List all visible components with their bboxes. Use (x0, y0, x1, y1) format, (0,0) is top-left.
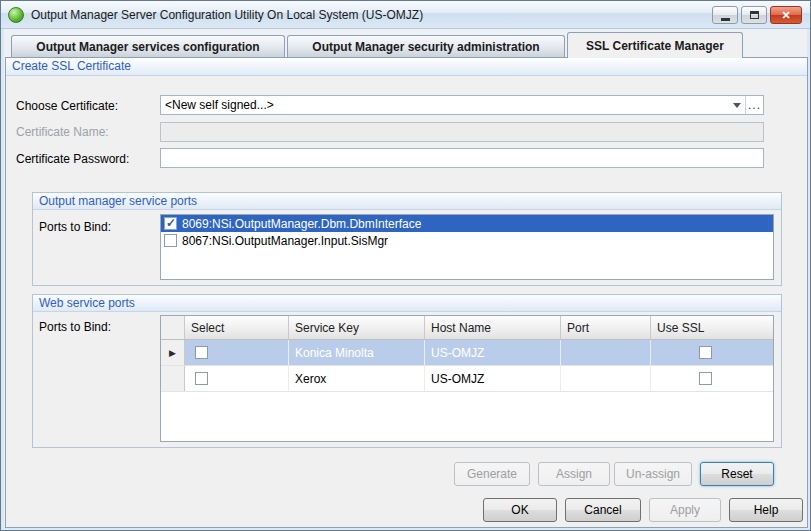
use-ssl-checkbox[interactable] (699, 372, 712, 385)
column-header-indicator (161, 316, 185, 339)
create-ssl-section-header: Create SSL Certificate (6, 58, 807, 76)
close-icon: ✕ (781, 9, 790, 22)
host-name-cell: US-OMJZ (425, 340, 561, 365)
table-row[interactable]: ▶ Konica Minolta US-OMJZ (161, 340, 773, 366)
window-title: Output Manager Server Configuration Util… (31, 8, 423, 22)
browse-button[interactable]: ... (745, 96, 763, 114)
choose-certificate-value: <New self signed...> (161, 98, 729, 112)
apply-button: Apply (649, 498, 721, 522)
application-icon (8, 7, 24, 23)
port-checkbox[interactable] (164, 217, 177, 230)
un-assign-button: Un-assign (614, 462, 692, 486)
ok-button[interactable]: OK (483, 498, 557, 522)
choose-certificate-label: Choose Certificate: (16, 99, 118, 113)
certificate-name-label: Certificate Name: (16, 125, 109, 139)
service-key-cell: Xerox (289, 366, 425, 391)
row-selector-icon: ▶ (169, 348, 176, 358)
chevron-down-icon[interactable] (729, 96, 745, 114)
tab-ssl-certificate-manager[interactable]: SSL Certificate Manager (567, 32, 743, 58)
maximize-button[interactable] (741, 6, 767, 24)
select-checkbox[interactable] (195, 372, 208, 385)
port-cell (561, 340, 651, 365)
window-controls: ✕ (712, 6, 802, 24)
list-item-label: 8067:NSi.OutputManager.Input.SisMgr (182, 234, 388, 248)
ssl-tab-panel: Create SSL Certificate Choose Certificat… (5, 57, 808, 528)
grid-header-row: Select Service Key Host Name Port Use SS… (161, 316, 773, 340)
reset-button[interactable]: Reset (700, 462, 774, 486)
host-name-cell: US-OMJZ (425, 366, 561, 391)
title-bar[interactable]: Output Manager Server Configuration Util… (1, 1, 810, 29)
web-ports-grid[interactable]: Select Service Key Host Name Port Use SS… (160, 315, 774, 442)
select-checkbox[interactable] (195, 346, 208, 359)
generate-button: Generate (454, 462, 530, 486)
tab-security-administration[interactable]: Output Manager security administration (287, 35, 565, 57)
list-item[interactable]: 8069:NSi.OutputManager.Dbm.DbmInterface (161, 215, 773, 232)
choose-certificate-combo[interactable]: <New self signed...> ... (160, 95, 764, 115)
maximize-icon (750, 11, 759, 19)
app-window: Output Manager Server Configuration Util… (0, 0, 811, 531)
port-cell (561, 366, 651, 391)
column-header-use-ssl[interactable]: Use SSL (651, 316, 773, 339)
table-row[interactable]: Xerox US-OMJZ (161, 366, 773, 392)
certificate-password-label: Certificate Password: (16, 152, 129, 166)
column-header-service-key[interactable]: Service Key (289, 316, 425, 339)
list-item[interactable]: 8067:NSi.OutputManager.Input.SisMgr (161, 232, 773, 249)
assign-button: Assign (538, 462, 610, 486)
ports-to-bind-label: Ports to Bind: (39, 320, 111, 334)
close-button[interactable]: ✕ (770, 6, 802, 24)
certificate-password-input[interactable] (160, 148, 764, 168)
minimize-icon (721, 18, 730, 21)
web-service-ports-group: Web service ports Ports to Bind: Select … (32, 294, 782, 448)
certificate-name-input (160, 122, 764, 142)
use-ssl-checkbox[interactable] (699, 346, 712, 359)
service-ports-group-header: Output manager service ports (33, 193, 781, 210)
column-header-host-name[interactable]: Host Name (425, 316, 561, 339)
minimize-button[interactable] (712, 6, 738, 24)
service-ports-group: Output manager service ports Ports to Bi… (32, 192, 782, 286)
help-button[interactable]: Help (729, 498, 803, 522)
ports-to-bind-label: Ports to Bind: (39, 220, 111, 234)
ports-to-bind-list[interactable]: 8069:NSi.OutputManager.Dbm.DbmInterface … (160, 214, 774, 280)
port-checkbox[interactable] (164, 234, 177, 247)
column-header-select[interactable]: Select (185, 316, 289, 339)
list-item-label: 8069:NSi.OutputManager.Dbm.DbmInterface (182, 217, 421, 231)
tab-services-configuration[interactable]: Output Manager services configuration (11, 35, 285, 57)
cancel-button[interactable]: Cancel (565, 498, 641, 522)
column-header-port[interactable]: Port (561, 316, 651, 339)
web-service-ports-group-header: Web service ports (33, 295, 781, 312)
service-key-cell: Konica Minolta (289, 340, 425, 365)
